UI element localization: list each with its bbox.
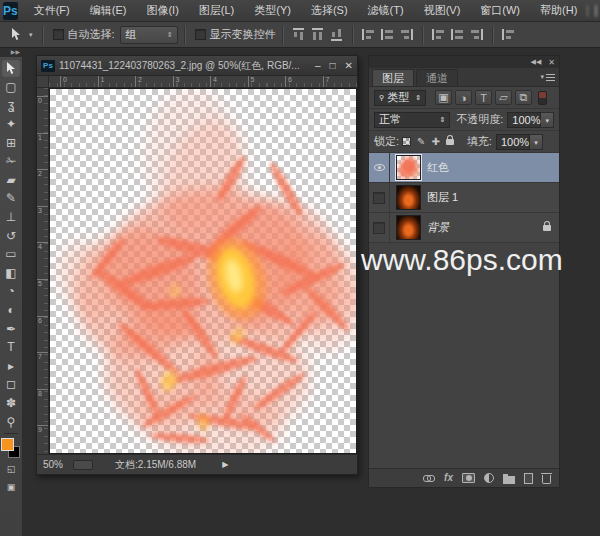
dodge-tool-icon[interactable]: ◐ — [1, 301, 21, 320]
status-menu-arrow-icon[interactable]: ▶ — [222, 460, 228, 469]
tool-preset-arrow[interactable]: ▾ — [29, 31, 33, 39]
auto-align-layers[interactable] — [502, 29, 515, 40]
delete-layer-icon[interactable] — [542, 475, 551, 484]
quick-mask-icon[interactable]: ◱ — [1, 460, 21, 479]
align-vertical-centers[interactable] — [312, 28, 323, 41]
adjustment-layer-icon[interactable] — [484, 473, 494, 483]
distribute-bottom[interactable] — [470, 29, 483, 40]
menu-item-2[interactable]: 图像(I) — [136, 0, 188, 21]
maximize-button[interactable]: □ — [330, 61, 336, 71]
visibility-cell[interactable] — [369, 153, 390, 183]
close-panel-icon[interactable]: ✕ — [548, 58, 555, 67]
screen-mode-icon[interactable]: ▣ — [1, 478, 21, 497]
collapse-panel-icon[interactable]: ◀◀ — [531, 58, 542, 66]
lock-transparent-icon[interactable] — [402, 137, 411, 146]
move-tool-icon[interactable] — [6, 25, 26, 44]
blend-mode-dropdown[interactable]: 正常 ⇕ — [374, 112, 450, 128]
visibility-empty-box[interactable] — [373, 222, 385, 234]
healing-brush-tool-icon[interactable]: ▰ — [1, 171, 21, 190]
opacity-value[interactable]: 100% — [507, 112, 541, 128]
auto-select-checkbox[interactable] — [53, 29, 64, 40]
tab-通道[interactable]: 通道 — [416, 69, 458, 86]
fill-dropdown-icon[interactable]: ▾ — [530, 134, 543, 150]
lock-move-icon[interactable]: ✚ — [431, 136, 439, 147]
auto-select-dropdown[interactable]: 组 ⇕ — [120, 26, 178, 44]
visibility-cell[interactable] — [369, 183, 390, 213]
new-group-icon[interactable] — [503, 476, 515, 484]
menu-item-4[interactable]: 类型(Y) — [244, 0, 301, 21]
align-bottom-edges[interactable] — [331, 28, 342, 41]
pixel-filter-icon[interactable]: ▣ — [435, 90, 452, 105]
menu-item-8[interactable]: 窗口(W) — [470, 0, 530, 21]
color-swatches[interactable] — [1, 438, 21, 458]
filter-kind-dropdown[interactable]: ⚲ 类型 ⇕ — [374, 90, 426, 106]
lock-paint-icon[interactable]: ✎ — [417, 136, 425, 147]
shape-tool-icon[interactable]: ◻ — [1, 375, 21, 394]
layer-thumbnail[interactable] — [396, 185, 421, 210]
fill-value[interactable]: 100% — [496, 134, 530, 150]
menu-item-7[interactable]: 视图(V) — [414, 0, 471, 21]
brush-tool-icon[interactable]: ✎ — [1, 189, 21, 208]
show-transform-checkbox[interactable] — [195, 29, 206, 40]
layer-row-0[interactable]: 红色 — [369, 153, 559, 183]
history-brush-tool-icon[interactable]: ↺ — [1, 226, 21, 245]
add-mask-icon[interactable] — [462, 473, 475, 483]
shape-filter-icon[interactable]: ▱ — [495, 90, 512, 105]
distribute-top[interactable] — [432, 29, 445, 40]
zoom-tool-icon[interactable]: ⚲ — [1, 412, 21, 431]
distribute-vcenter[interactable] — [451, 29, 464, 40]
foreground-color-swatch[interactable] — [1, 438, 14, 451]
layer-row-2[interactable]: 背景 — [369, 213, 559, 243]
auto-select-label: 自动选择: — [68, 27, 115, 42]
hand-tool-icon[interactable]: ✽ — [1, 394, 21, 413]
blurred-watermark-2 — [595, 5, 597, 17]
close-button[interactable]: ✕ — [345, 61, 353, 71]
align-top-edges[interactable] — [293, 28, 304, 41]
layer-thumbnail[interactable] — [396, 215, 421, 240]
blur-tool-icon[interactable]: ◔ — [1, 282, 21, 301]
crop-tool-icon[interactable]: ⊞ — [1, 133, 21, 152]
menu-item-5[interactable]: 选择(S) — [301, 0, 358, 21]
menu-item-0[interactable]: 文件(F) — [24, 0, 80, 21]
layer-style-icon[interactable]: fx — [444, 473, 453, 483]
gradient-tool-icon[interactable]: ◧ — [1, 264, 21, 283]
filter-toggle-switch[interactable] — [538, 91, 547, 105]
clone-stamp-tool-icon[interactable]: ⊥ — [1, 208, 21, 227]
document-title-bar[interactable]: Ps 11074431_122403780263_2.jpg @ 50%(红色,… — [37, 56, 357, 76]
panel-menu-icon[interactable]: ▾ — [540, 73, 555, 81]
menu-item-1[interactable]: 编辑(E) — [80, 0, 137, 21]
visibility-empty-box[interactable] — [373, 192, 385, 204]
minimize-button[interactable]: – — [315, 61, 321, 71]
canvas[interactable] — [49, 88, 357, 454]
opacity-dropdown-icon[interactable]: ▾ — [541, 112, 554, 128]
toolbar-collapse-icon[interactable]: ▶▶ — [0, 48, 22, 57]
marquee-tool-icon[interactable]: ▢ — [1, 78, 21, 97]
quick-select-tool-icon[interactable]: ✦ — [1, 115, 21, 134]
layer-thumbnail[interactable] — [396, 155, 421, 180]
move-tool-icon[interactable] — [1, 59, 21, 78]
layer-row-1[interactable]: 图层 1 — [369, 183, 559, 213]
adjustment-filter-icon[interactable]: ◑ — [455, 90, 472, 105]
path-select-tool-icon[interactable]: ▸ — [1, 357, 21, 376]
smart-object-filter-icon[interactable]: ⧉ — [515, 90, 532, 105]
pen-tool-icon[interactable]: ✒ — [1, 319, 21, 338]
visibility-cell[interactable] — [369, 213, 390, 243]
lock-all-icon[interactable] — [446, 139, 454, 145]
menu-item-9[interactable]: 帮助(H) — [530, 0, 587, 21]
eye-icon[interactable] — [374, 164, 385, 171]
type-filter-icon[interactable]: T — [475, 90, 492, 105]
type-tool-icon[interactable]: T — [1, 338, 21, 357]
link-layers-icon[interactable] — [423, 475, 435, 482]
eraser-tool-icon[interactable]: ▭ — [1, 245, 21, 264]
menu-item-3[interactable]: 图层(L) — [189, 0, 244, 21]
tab-图层[interactable]: 图层 — [372, 69, 414, 86]
zoom-level-field[interactable]: 50% — [43, 459, 63, 470]
menu-item-6[interactable]: 滤镜(T) — [358, 0, 414, 21]
lasso-tool-icon[interactable]: ʓ — [1, 96, 21, 115]
align-right-edges[interactable] — [400, 29, 413, 40]
ruler-h-1: 1 — [98, 76, 105, 88]
align-horizontal-centers[interactable] — [381, 29, 394, 40]
align-left-edges[interactable] — [362, 29, 375, 40]
new-layer-icon[interactable] — [524, 473, 533, 484]
eyedropper-tool-icon[interactable]: ✁ — [1, 152, 21, 171]
